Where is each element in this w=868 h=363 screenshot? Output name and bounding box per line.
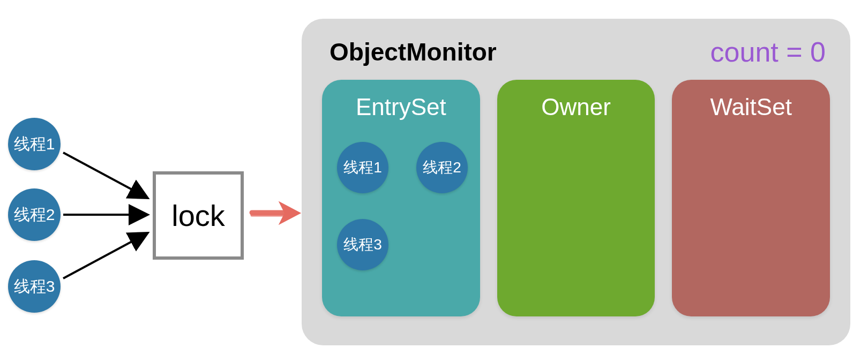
entryset-box: EntrySet 线程1 线程2 线程3 [322,80,480,316]
svg-line-2 [63,233,148,278]
thread-3-circle: 线程3 [8,260,61,313]
thread-2-label: 线程2 [14,204,55,226]
sets-row: EntrySet 线程1 线程2 线程3 Owner WaitSet [322,80,830,316]
thread-1-circle: 线程1 [8,118,61,170]
entryset-thread-1: 线程1 [337,142,388,193]
waitset-label: WaitSet [710,94,791,120]
entryset-thread-2-label: 线程2 [423,157,461,178]
owner-box: Owner [497,80,655,316]
object-monitor-box: ObjectMonitor count = 0 EntrySet 线程1 线程2… [302,19,850,345]
entryset-label: EntrySet [356,94,446,120]
thread-3-label: 线程3 [14,276,55,298]
waitset-box: WaitSet [672,80,830,316]
entryset-thread-3: 线程3 [337,219,388,270]
lock-box: lock [153,171,244,260]
owner-label: Owner [541,94,611,120]
thread-1-label: 线程1 [14,133,55,155]
thread-2-circle: 线程2 [8,188,61,241]
entryset-thread-2: 线程2 [416,142,468,193]
entryset-thread-3-label: 线程3 [343,235,382,255]
lock-label: lock [171,198,225,233]
monitor-header: ObjectMonitor count = 0 [322,36,830,80]
monitor-title: ObjectMonitor [330,37,497,66]
svg-line-0 [63,153,148,198]
count-label: count = 0 [710,36,826,68]
entryset-thread-1-label: 线程1 [343,157,382,178]
